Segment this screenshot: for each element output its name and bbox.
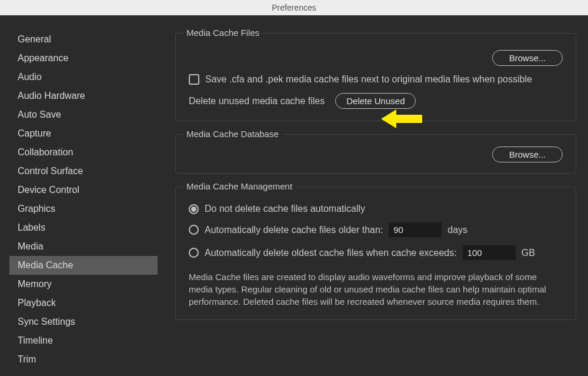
radio-older-than-label: Automatically delete cache files older t… <box>205 225 383 235</box>
radio-no-delete-label: Do not delete cache files automatically <box>205 204 365 214</box>
group-legend-management: Media Cache Management <box>183 181 296 191</box>
sidebar-item-graphics[interactable]: Graphics <box>9 199 158 218</box>
older-than-unit: days <box>447 225 467 235</box>
preferences-sidebar: General Appearance Audio Audio Hardware … <box>0 15 158 376</box>
sidebar-item-memory[interactable]: Memory <box>9 275 158 294</box>
sidebar-item-control-surface[interactable]: Control Surface <box>9 162 158 181</box>
radio-exceeds[interactable] <box>189 248 199 258</box>
radio-no-delete[interactable] <box>189 204 199 214</box>
delete-unused-button[interactable]: Delete Unused <box>335 93 416 109</box>
preferences-content: Media Cache Files Browse... Save .cfa an… <box>158 15 588 376</box>
sidebar-item-media[interactable]: Media <box>9 237 158 256</box>
save-next-to-label: Save .cfa and .pek media cache files nex… <box>205 74 532 85</box>
browse-cache-db-button[interactable]: Browse... <box>492 147 563 162</box>
sidebar-item-general[interactable]: General <box>9 30 158 49</box>
sidebar-item-collaboration[interactable]: Collaboration <box>9 143 158 162</box>
exceeds-unit: GB <box>522 248 535 258</box>
sidebar-item-device-control[interactable]: Device Control <box>9 181 158 199</box>
group-media-cache-files: Media Cache Files Browse... Save .cfa an… <box>175 33 576 121</box>
main-area: General Appearance Audio Audio Hardware … <box>0 15 588 376</box>
sidebar-item-audio-hardware[interactable]: Audio Hardware <box>9 86 158 105</box>
browse-cache-files-button[interactable]: Browse... <box>492 50 563 66</box>
sidebar-item-appearance[interactable]: Appearance <box>9 49 158 68</box>
radio-exceeds-label: Automatically delete oldest cache files … <box>205 248 457 258</box>
sidebar-item-timeline[interactable]: Timeline <box>9 331 158 350</box>
group-media-cache-database: Media Cache Database Browse... <box>175 134 576 174</box>
window-title: Preferences <box>272 3 316 12</box>
group-legend-cache-files: Media Cache Files <box>183 28 263 38</box>
exceeds-gb-input[interactable] <box>463 245 516 260</box>
group-legend-cache-db: Media Cache Database <box>183 129 282 139</box>
sidebar-item-media-cache[interactable]: Media Cache <box>9 256 158 275</box>
group-media-cache-management: Media Cache Management Do not delete cac… <box>175 187 576 320</box>
save-next-to-checkbox[interactable] <box>189 74 199 85</box>
sidebar-item-playback[interactable]: Playback <box>9 294 158 312</box>
sidebar-item-trim[interactable]: Trim <box>9 350 158 369</box>
sidebar-item-labels[interactable]: Labels <box>9 218 158 237</box>
radio-older-than[interactable] <box>189 225 199 235</box>
sidebar-item-auto-save[interactable]: Auto Save <box>9 105 158 124</box>
window-titlebar: Preferences <box>0 0 588 15</box>
management-description: Media Cache files are created to display… <box>189 271 563 308</box>
delete-unused-label: Delete unused media cache files <box>189 96 325 107</box>
older-than-days-input[interactable] <box>389 222 442 237</box>
sidebar-item-sync-settings[interactable]: Sync Settings <box>9 312 158 331</box>
sidebar-item-audio[interactable]: Audio <box>9 68 158 86</box>
sidebar-item-capture[interactable]: Capture <box>9 124 158 143</box>
